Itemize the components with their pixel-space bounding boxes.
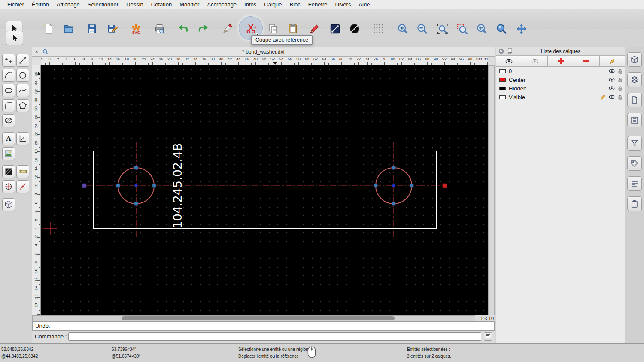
arc-tool-button[interactable] — [2, 69, 15, 82]
svg-export-button[interactable]: SVG — [128, 21, 144, 36]
snap-tool-button[interactable] — [16, 180, 29, 193]
new-file-button[interactable] — [41, 21, 56, 36]
layers-list: 0 Center Hidden — [496, 67, 625, 101]
menu-infos[interactable]: Infos — [240, 0, 260, 9]
zoom-selection-button[interactable] — [454, 21, 470, 36]
add-layer-button[interactable] — [548, 56, 574, 67]
tab-zoom-icon[interactable] — [43, 49, 49, 55]
reference-grip-right[interactable] — [443, 184, 447, 188]
v-ruler-label: -12 — [34, 276, 38, 284]
dock-filter-button[interactable] — [627, 136, 642, 151]
reference-grip-left[interactable] — [82, 184, 86, 188]
undo-button[interactable] — [175, 21, 191, 36]
dimension-tool-button[interactable] — [16, 132, 29, 145]
redo-icon — [197, 23, 210, 35]
ellipse-style-button[interactable] — [347, 21, 362, 36]
dock-library-button[interactable] — [627, 52, 642, 67]
dock-list-button[interactable] — [627, 113, 642, 127]
command-window-toggle-button[interactable] — [484, 332, 492, 341]
layer-visibility-icon[interactable] — [609, 95, 615, 99]
draw-pen-button[interactable] — [307, 21, 322, 36]
open-file-button[interactable] — [61, 21, 76, 36]
paste-button[interactable] — [285, 21, 301, 36]
edit-pen-button[interactable] — [220, 21, 235, 36]
layer-lock-icon[interactable] — [618, 86, 623, 91]
hide-all-layers-button[interactable] — [522, 56, 548, 67]
polyline-tool-button[interactable] — [2, 99, 15, 112]
grip-center-left[interactable] — [134, 184, 137, 187]
zoom-auto-button[interactable] — [434, 21, 450, 36]
hatch-tool-button[interactable] — [2, 165, 15, 178]
redo-button[interactable] — [196, 21, 211, 36]
layer-row-hidden[interactable]: Hidden — [496, 84, 625, 93]
grid-toggle-button[interactable] — [371, 21, 386, 36]
menu-divers[interactable]: Divers — [331, 0, 355, 9]
menu-fichier[interactable]: Fichier — [3, 0, 28, 9]
line-style-button[interactable] — [327, 21, 343, 36]
save-button[interactable] — [84, 21, 100, 36]
menu-bloc[interactable]: Bloc — [286, 0, 304, 9]
menu-affichage[interactable]: Affichage — [53, 0, 84, 9]
layer-lock-icon[interactable] — [618, 69, 623, 74]
circle-tool-button[interactable] — [16, 69, 29, 82]
show-all-layers-button[interactable] — [496, 56, 522, 67]
copy-button[interactable] — [265, 21, 281, 36]
spline-tool-button[interactable] — [16, 84, 29, 97]
dock-notes-button[interactable] — [627, 176, 642, 191]
save-as-button[interactable] — [105, 21, 120, 36]
points-tool-button[interactable] — [2, 54, 15, 67]
dock-layers-button[interactable] — [627, 72, 642, 87]
panel-float-icon[interactable] — [507, 48, 512, 54]
panel-close-icon[interactable] — [498, 48, 504, 54]
plus-icon — [558, 58, 564, 64]
layer-visibility-icon[interactable] — [609, 69, 615, 73]
menu-cotation[interactable]: Cotation — [147, 0, 176, 9]
zoom-previous-button[interactable] — [474, 21, 489, 36]
layer-lock-icon[interactable] — [618, 94, 623, 100]
image-tool-button[interactable] — [2, 147, 15, 160]
scrollbar-thumb[interactable] — [122, 316, 395, 320]
solid-tool-button[interactable] — [2, 198, 15, 211]
ellipse-tool-button[interactable] — [2, 84, 15, 97]
text-tool-button[interactable]: A — [2, 132, 15, 145]
dock-clipboard-button[interactable] — [627, 196, 642, 211]
line-tool-button[interactable] — [16, 54, 29, 67]
layer-row-0[interactable]: 0 — [496, 67, 625, 75]
washer-outline-rect[interactable] — [93, 151, 437, 229]
measure-tool-button[interactable] — [16, 165, 29, 178]
dock-blocks-button[interactable] — [627, 93, 642, 107]
dock-tag-button[interactable] — [627, 156, 642, 171]
layer-row-visible[interactable]: Visible — [496, 93, 625, 101]
command-input[interactable] — [68, 332, 481, 341]
layer-lock-icon[interactable] — [618, 77, 623, 83]
polygon-tool-button[interactable] — [16, 99, 29, 112]
ellipse-arc-tool-button[interactable] — [2, 114, 15, 127]
horizontal-scrollbar[interactable] — [32, 315, 475, 321]
layer-visibility-icon[interactable] — [609, 86, 615, 90]
drawing-canvas[interactable]: 104.245.02.4B — [41, 65, 488, 315]
print-preview-button[interactable] — [152, 21, 167, 36]
layer-row-center[interactable]: Center — [496, 75, 625, 84]
grip-center-right[interactable] — [392, 184, 395, 187]
zoom-in-button[interactable] — [395, 21, 410, 36]
cut-with-reference-button[interactable] — [243, 21, 259, 36]
menu-calque[interactable]: Calque — [260, 0, 286, 9]
menu-dessin[interactable]: Dessin — [122, 0, 147, 9]
zoom-out-button[interactable] — [414, 21, 430, 36]
menu-selectionner[interactable]: Sélectionner — [84, 0, 122, 9]
layer-visibility-icon[interactable] — [609, 78, 615, 82]
vertical-scrollbar[interactable] — [488, 65, 495, 315]
menu-modifier[interactable]: Modifier — [176, 0, 203, 9]
menu-aide[interactable]: Aide — [355, 0, 374, 9]
circle-center-tool-button[interactable] — [2, 180, 15, 193]
menu-edition[interactable]: Édition — [28, 0, 53, 9]
edit-layer-button[interactable] — [600, 56, 625, 67]
pan-button[interactable] — [513, 21, 529, 36]
part-number-label[interactable]: 104.245.02.4B — [171, 143, 184, 229]
menu-fenetre[interactable]: Fenêtre — [304, 0, 331, 9]
remove-layer-button[interactable] — [574, 56, 600, 67]
zoom-window-button[interactable] — [494, 21, 509, 36]
menu-accrochage[interactable]: Accrochage — [203, 0, 240, 9]
tab-close-icon[interactable]: × — [35, 47, 38, 57]
select-tool-button-2[interactable] — [6, 31, 23, 45]
